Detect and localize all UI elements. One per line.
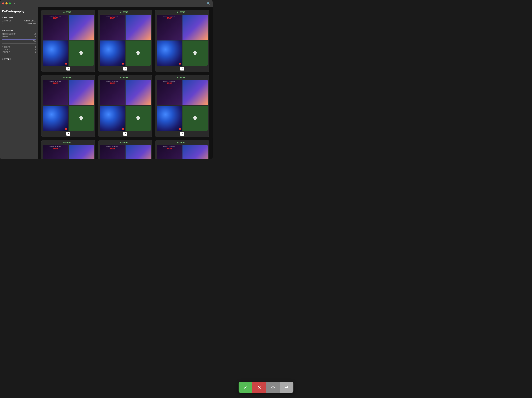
reject-row: REJECT 0	[2, 49, 36, 51]
card-image-abstract	[183, 80, 208, 105]
checkmark-icon: ✓	[181, 132, 183, 135]
card-image-abstract	[126, 80, 151, 105]
card-title: 0xF60fB...	[63, 11, 73, 13]
card-checkbox-row: ✓	[43, 67, 94, 71]
id-value: Alpha Test	[27, 22, 36, 25]
data-info-header: DATA INFO	[2, 16, 36, 18]
title-bar: + 🔍	[0, 0, 213, 7]
card-image-abstract	[69, 145, 94, 159]
time-metaverse-text: INTO THE METAVERSE	[163, 81, 175, 82]
time-logo: TIME	[167, 17, 172, 19]
list-item[interactable]: 0xF60fB... INTO THE METAVERSE TIME	[155, 140, 209, 159]
card-checkbox[interactable]: ✓	[123, 67, 127, 71]
card-grid: 0xF60fB... INTO THE METAVERSE TIME	[41, 10, 209, 159]
list-item[interactable]: 0xF60fB... INTO THE METAVERSE TIME	[41, 140, 95, 159]
list-item[interactable]: 0xF60fB... INTO THE METAVERSE TIME	[98, 10, 152, 72]
card-image-abstract	[126, 15, 151, 40]
card-image-abstract	[183, 15, 208, 40]
app-body: DeCartography DATA INFO DATASET Gitcoin …	[0, 7, 213, 159]
history-header: HISTORY	[2, 58, 36, 60]
time-metaverse-text: INTO THE METAVERSE	[163, 146, 175, 147]
list-item[interactable]: 0xF60fB... INTO THE METAVERSE TIME	[155, 10, 209, 72]
diamond-icon	[136, 116, 140, 121]
total-value: 0	[35, 36, 36, 38]
card-image-abstract	[69, 15, 94, 40]
fullscreen-button[interactable]	[9, 2, 11, 5]
minimize-button[interactable]	[6, 2, 7, 5]
card-title: 0xF60fB...	[177, 11, 187, 13]
card-image-grid: INTO THE METAVERSE TIME	[100, 15, 151, 66]
card-image-time: INTO THE METAVERSE TIME	[100, 15, 125, 40]
time-metaverse-text: INTO THE METAVERSE	[49, 146, 62, 147]
card-image-grid: INTO THE METAVERSE TIME	[100, 145, 151, 159]
card-image-time: INTO THE METAVERSE TIME	[43, 15, 68, 40]
sidebar: DeCartography DATA INFO DATASET Gitcoin …	[0, 7, 38, 159]
dataset-label: DATASET	[2, 20, 11, 22]
accept-value: 0	[35, 46, 36, 48]
card-image-sphere	[157, 106, 182, 131]
card-checkbox[interactable]: ✓	[180, 67, 184, 71]
card-title: 0xF60fB...	[120, 141, 130, 144]
card-image-diamond	[183, 40, 208, 66]
checkmark-icon: ✓	[67, 67, 69, 70]
card-image-sphere	[43, 106, 68, 131]
card-image-diamond	[183, 106, 208, 131]
time-metaverse-text: INTO THE METAVERSE	[49, 81, 62, 82]
time-metaverse-text: INTO THE METAVERSE	[106, 16, 119, 17]
close-button[interactable]	[2, 2, 4, 5]
card-checkbox-row: ✓	[157, 67, 208, 71]
dataset-row: DATASET Gitcoin GR15	[2, 20, 36, 22]
card-title: 0xF60fB...	[177, 76, 187, 79]
card-checkbox-row: ✓	[100, 67, 151, 71]
progress-bar-container	[2, 39, 36, 40]
card-image-grid: INTO THE METAVERSE TIME	[43, 80, 94, 131]
new-tab-button[interactable]: +	[14, 2, 15, 5]
card-image-grid: INTO THE METAVERSE TIME	[100, 80, 151, 131]
card-image-grid: INTO THE METAVERSE TIME	[157, 80, 208, 131]
search-icon[interactable]: 🔍	[207, 2, 210, 5]
card-title: 0xF60fB...	[120, 76, 130, 79]
card-image-time: INTO THE METAVERSE TIME	[157, 80, 182, 105]
card-checkbox[interactable]: ✓	[123, 132, 127, 136]
time-logo: TIME	[53, 82, 58, 84]
card-image-diamond	[69, 40, 94, 66]
total-row: TOTAL 0	[2, 36, 36, 38]
card-image-sphere	[43, 40, 68, 66]
time-logo: TIME	[167, 82, 172, 84]
card-image-grid: INTO THE METAVERSE TIME	[157, 145, 208, 159]
accept-row: ACCEPT 0	[2, 46, 36, 48]
time-logo: TIME	[53, 17, 58, 19]
card-checkbox-row: ✓	[100, 132, 151, 136]
card-title: 0xF60fB...	[177, 141, 187, 144]
time-logo: TIME	[167, 147, 172, 150]
this-session-label: THIS SESSION	[2, 33, 16, 35]
progress-percent: 0%	[2, 40, 36, 42]
time-metaverse-text: INTO THE METAVERSE	[106, 81, 119, 82]
id-row: ID Alpha Test	[2, 22, 36, 25]
this-session-row: THIS SESSION 10	[2, 33, 36, 35]
list-item[interactable]: 0xF60fB... INTO THE METAVERSE TIME	[155, 75, 209, 137]
reject-value: 0	[35, 49, 36, 51]
card-checkbox-row: ✓	[43, 132, 94, 136]
dataset-value: Gitcoin GR15	[24, 20, 36, 22]
list-item[interactable]: 0xF60fB... INTO THE METAVERSE TIME	[41, 75, 95, 137]
card-checkbox[interactable]: ✓	[66, 67, 70, 71]
card-checkbox[interactable]: ✓	[66, 132, 70, 136]
list-item[interactable]: 0xF60fB... INTO THE METAVERSE TIME	[98, 75, 152, 137]
time-logo: TIME	[53, 147, 58, 150]
card-title: 0xF60fB...	[120, 11, 130, 13]
card-image-time: INTO THE METAVERSE TIME	[157, 15, 182, 40]
card-image-sphere	[100, 106, 125, 131]
diamond-icon	[79, 51, 83, 56]
list-item[interactable]: 0xF60fB... INTO THE METAVERSE TIME	[98, 140, 152, 159]
card-image-abstract	[126, 145, 151, 159]
card-image-diamond	[126, 106, 151, 131]
diamond-icon	[136, 51, 140, 56]
this-session-value: 10	[34, 33, 36, 35]
card-checkbox[interactable]: ✓	[180, 132, 184, 136]
divider-1	[2, 27, 36, 27]
list-item[interactable]: 0xF60fB... INTO THE METAVERSE TIME	[41, 10, 95, 72]
card-title: 0xF60fB...	[63, 141, 73, 144]
checkmark-icon: ✓	[124, 132, 126, 135]
ignore-value: 0	[35, 51, 36, 53]
